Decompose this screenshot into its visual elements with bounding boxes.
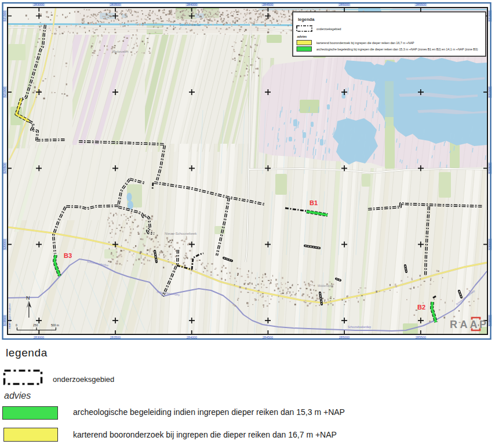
svg-text:521000: 521000 [3,87,6,97]
svg-text:Dommerskanaal: Dommerskanaal [180,23,201,27]
svg-text:B2: B2 [417,304,425,311]
svg-text:0: 0 [16,323,17,327]
svg-text:250: 250 [33,323,38,327]
svg-text:R: R [450,319,457,330]
svg-text:advies: advies [297,35,307,38]
svg-text:N: N [26,295,30,301]
svg-text:Weiteveen: Weiteveen [112,50,128,53]
svg-text:RAAP-rapport / Kadaster: RAAP-rapport / Kadaster [8,303,11,329]
svg-text:archeologische begeleiding bij: archeologische begeleiding bij ingrepen … [316,48,478,51]
svg-text:520500: 520500 [3,163,6,173]
svg-text:A: A [470,319,478,330]
svg-text:520000: 520000 [3,239,6,250]
svg-text:521500: 521500 [3,10,6,21]
svg-text:B3: B3 [64,252,72,259]
svg-text:karterend booronderzoek bij in: karterend booronderzoek bij ingrepen die… [316,41,414,45]
svg-text:Schoonebeekerdiep: Schoonebeekerdiep [348,326,372,329]
svg-text:legenda: legenda [298,17,315,22]
svg-text:Middendorp: Middendorp [318,284,333,287]
svg-text:B1: B1 [310,199,318,206]
svg-text:onderzoeksgebied: onderzoeksgebied [316,27,341,31]
svg-text:Nieuw-Schoonebeek: Nieuw-Schoonebeek [165,232,197,235]
svg-text:500 m: 500 m [51,323,59,327]
svg-text:A: A [460,319,468,330]
svg-text:519500: 519500 [3,315,6,326]
